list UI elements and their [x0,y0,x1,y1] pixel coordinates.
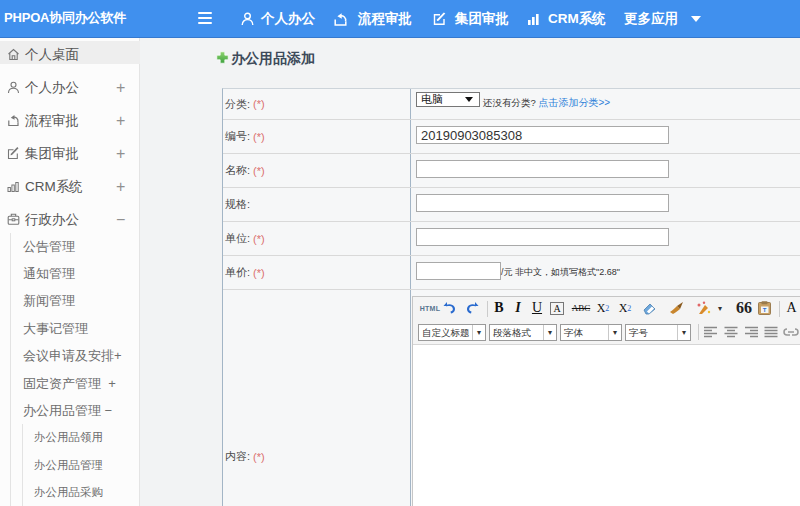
svg-text:T: T [763,307,767,313]
